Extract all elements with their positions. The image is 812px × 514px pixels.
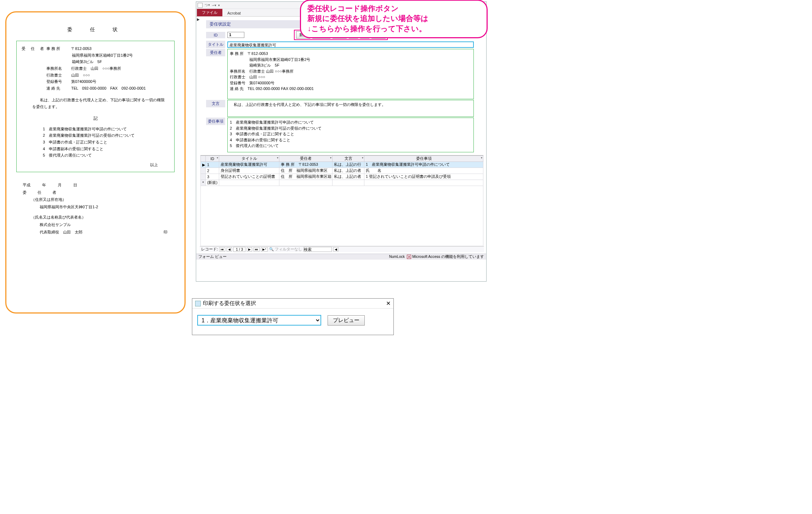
label-regno: 登録番号 — [46, 78, 71, 85]
table-row-new[interactable]: * (新規) — [201, 180, 483, 186]
print-select-dialog: 印刷する委任状を選択 ✕ 1．産業廃棄物収集運搬業許可 プレビュー — [192, 298, 394, 335]
doc-lower: 平成 年 月 日 委 任 者 （住所又は所在地） 福岡県福岡市中央区天神0丁目1… — [23, 181, 175, 236]
value-addr2: 箱崎第3ビル 5F — [72, 58, 169, 65]
qat-dropdown[interactable]: ▾ — [218, 4, 220, 7]
value-postal: 〒812-0053 — [71, 45, 169, 52]
label-juninsha: 受任者 — [206, 49, 225, 56]
value-inin-name1: 株式会社サンプル — [40, 221, 175, 228]
doc-recipient-box: 受 任 者 事 務 所 〒812-0053 福岡県福岡市東区箱崎0丁目1番2号 … — [16, 41, 175, 172]
document-preview: 委 任 状 受 任 者 事 務 所 〒812-0053 福岡県福岡市東区箱崎0丁… — [5, 11, 186, 314]
dialog-icon — [195, 301, 201, 306]
tab-file[interactable]: ファイル — [197, 9, 222, 16]
id-field[interactable]: 1 — [227, 32, 244, 38]
recnav-next[interactable]: ▶ — [247, 247, 252, 252]
bungen-textarea[interactable]: 私は、上記の行政書士を代理人と定め、下記の事項に関する一切の権限を委任します。 — [227, 100, 474, 117]
value-inin-addr: 福岡県福岡市中央区天神0丁目1-2 — [40, 203, 175, 211]
datasheet[interactable]: ID▾ タイトル▾ 受任者▾ 文言▾ 委任事項▾ ▶ 1産業廃棄物収集運搬業許可… — [200, 155, 483, 246]
recnav-new[interactable]: ▶* — [261, 247, 268, 252]
col-id: ID▾ — [206, 156, 219, 162]
status-view: フォーム ビュー — [198, 254, 227, 259]
ininjikou-textarea[interactable]: 1 産業廃棄物収集運搬業許可申請の件について 2 産業廃棄物収集運搬業許可証の受… — [227, 118, 474, 152]
doc-title: 委 任 状 — [16, 27, 175, 33]
record-marker-icon: ▶ — [197, 17, 200, 21]
title-input[interactable]: 産業廃棄物収集運搬業許可 — [227, 41, 474, 48]
doc-item: 3 申請書の作成・訂正に関すること — [43, 139, 169, 146]
value-addr1: 福岡県福岡市東区箱崎0丁目1番2号 — [72, 52, 169, 59]
doc-body-text: 私は、上記の行政書士を代理人と定め、下記の事項に関する一切の権限を委任します。 — [32, 97, 166, 110]
col-junin: 受任者▾ — [279, 156, 333, 162]
col-jikou: 委任事項▾ — [364, 156, 483, 162]
datasheet-header-row: ID▾ タイトル▾ 受任者▾ 文言▾ 委任事項▾ — [201, 156, 483, 162]
qat-undo[interactable]: つ ▾ — [205, 3, 210, 7]
doc-ki: 記 — [22, 115, 169, 122]
recnav-label: レコード: — [201, 247, 218, 252]
label-bungen: 文言 — [206, 100, 225, 107]
dialog-titlebar: 印刷する委任状を選択 ✕ — [192, 299, 393, 309]
col-bun: 文言▾ — [333, 156, 364, 162]
help-callout: 委任状レコード操作ボタン 新規に委任状を追加したい場合等は ↓こちらから操作を行… — [300, 0, 488, 38]
value-inin-name2: 代表取締役 山田 太郎 — [40, 228, 83, 236]
doc-seal: 印 — [164, 228, 167, 236]
callout-line1: 委任状レコード操作ボタン — [307, 4, 480, 13]
doc-item: 1 産業廃棄物収集運搬業許可申請の件について — [43, 126, 169, 132]
note-name: （氏名又は名称及び代表者名） — [31, 214, 175, 221]
recnav-prev[interactable]: ◀ — [227, 247, 232, 252]
label-contact: 連 絡 先 — [46, 85, 71, 92]
recnav-position[interactable]: 1 / 3 — [233, 247, 245, 252]
tab-acrobat[interactable]: Acrobat — [222, 10, 246, 16]
value-officename: 行政書士 山田 ○○○事務所 — [71, 65, 169, 72]
callout-line2: 新規に委任状を追加したい場合等は — [307, 13, 480, 23]
value-gyosei: 山田 ○○○ — [71, 72, 169, 79]
label-juninsha: 受 任 者 — [22, 45, 46, 52]
datasheet-blank — [200, 186, 483, 246]
table-row[interactable]: ▶ 1産業廃棄物収集運搬業許可 事 務 所 〒812-0053私は、上記の行1 … — [201, 162, 483, 168]
doc-ijou: 以上 — [22, 162, 169, 168]
doc-item: 2 産業廃棄物収集運搬業許可証の受領の件について — [43, 132, 169, 139]
status-bar: フォーム ビュー NumLock A Microsoft Access の機能を… — [196, 254, 486, 260]
label-office: 事 務 所 — [46, 45, 71, 52]
doc-date: 平成 年 月 日 — [23, 181, 175, 189]
label-ininjikou: 委任事項 — [206, 118, 225, 125]
recnav-filter[interactable]: 🔍 フィルターなし — [269, 247, 302, 252]
preview-button[interactable]: プレビュー — [328, 315, 365, 326]
juninsha-textarea[interactable]: 事 務 所 〒812-0053 福岡県福岡市東区箱崎0丁目1番2号 箱崎第3ビル… — [227, 49, 474, 99]
status-msaccess: Microsoft Access の機能を利用しています — [412, 254, 484, 259]
doc-item-list: 1 産業廃棄物収集運搬業許可申請の件について 2 産業廃棄物収集運搬業許可証の受… — [43, 126, 169, 159]
callout-line3: ↓こちらから操作を行って下さい。 — [307, 24, 480, 34]
access-icon: A — [407, 255, 411, 259]
value-regno: 第07400000号 — [71, 78, 169, 85]
record-navigator: レコード: ⏮ ◀ 1 / 3 ▶ ⏭ ▶* 🔍 フィルターなし 検索 ◀ — [200, 246, 484, 252]
print-select-dropdown[interactable]: 1．産業廃棄物収集運搬業許可 — [197, 315, 321, 326]
qat-app-icon[interactable] — [198, 3, 203, 8]
col-title: タイトル▾ — [219, 156, 279, 162]
dialog-close-icon[interactable]: ✕ — [386, 300, 391, 307]
recnav-first[interactable]: ⏮ — [219, 247, 225, 252]
recnav-last[interactable]: ⏭ — [254, 247, 260, 252]
doc-item: 5 復代理人の選任について — [43, 152, 169, 159]
note-addr: （住所又は所在地） — [31, 196, 175, 203]
table-row[interactable]: 3登記されていないことの証明書 住 所 福岡県福岡市東区箱私は、上記の者1 登記… — [201, 174, 483, 180]
status-numlock: NumLock — [389, 254, 405, 259]
label-ininsha: 委 任 者 — [23, 189, 175, 196]
doc-item: 4 申請書副本の受領に関すること — [43, 146, 169, 152]
table-row[interactable]: 2身分証明書 住 所 福岡県福岡市東区私は、上記の者氏 名 — [201, 168, 483, 174]
label-title: タイトル — [206, 41, 225, 48]
recnav-search[interactable]: 検索 — [303, 247, 332, 252]
value-contact: TEL 092-000-0000 FAX 092-000-0001 — [71, 85, 169, 92]
dialog-title: 印刷する委任状を選択 — [203, 300, 256, 307]
form-area: ▶ 委任状設定 ID 1 新規 コピー 削除 ◀ ▶ 更新 タイトル 産業廃棄物… — [196, 17, 486, 254]
qat-redo[interactable]: ⤻ ▾ — [212, 4, 216, 7]
label-id: ID — [206, 32, 225, 38]
label-gyosei: 行政書士 — [46, 72, 71, 79]
label-officename: 事務所名 — [46, 65, 71, 72]
access-window: つ ▾ ⤻ ▾ ▾ × ファイル Acrobat ▶ 委任状設定 ID 1 新規… — [196, 1, 487, 282]
hscroll-left[interactable]: ◀ — [333, 247, 339, 252]
